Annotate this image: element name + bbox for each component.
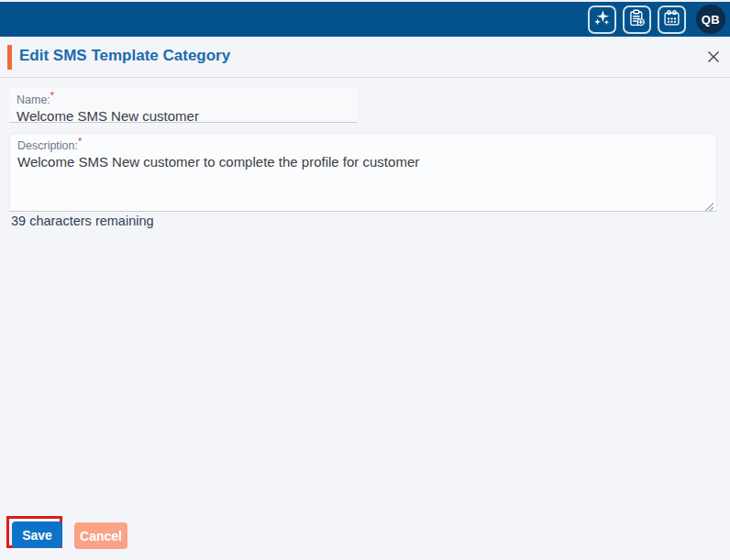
required-marker: * — [78, 136, 82, 147]
app-window: QB Edit SMS Template Category Name:* Des… — [0, 0, 730, 560]
title-accent-bar — [7, 45, 12, 70]
save-highlight-annotation: Save — [6, 516, 62, 548]
page-title: Edit SMS Template Category — [19, 47, 230, 65]
name-field-container: Name:* — [9, 88, 358, 123]
name-field-label: Name:* — [17, 93, 54, 106]
calendar-icon — [662, 8, 681, 30]
clipboard-add-icon — [627, 8, 647, 30]
name-input[interactable] — [17, 107, 350, 124]
calendar-button[interactable] — [658, 5, 686, 34]
description-field-label: Description:* — [17, 139, 82, 152]
save-button[interactable]: Save — [12, 522, 62, 548]
resize-handle[interactable] — [704, 199, 714, 209]
close-button[interactable] — [703, 48, 724, 68]
sparkles-button[interactable] — [588, 5, 616, 34]
user-avatar[interactable]: QB — [696, 5, 725, 34]
description-field-container: Description:* Welcome SMS New customer t… — [9, 133, 717, 212]
clipboard-add-button[interactable] — [623, 5, 651, 34]
description-textarea[interactable]: Welcome SMS New customer to complete the… — [17, 153, 709, 206]
modal-header: Edit SMS Template Category — [0, 38, 730, 78]
required-marker: * — [50, 90, 54, 101]
close-icon — [706, 49, 721, 67]
top-navigation-bar: QB — [0, 0, 730, 37]
sparkles-icon — [592, 8, 612, 30]
characters-remaining-text: 39 characters remaining — [11, 214, 154, 228]
cancel-button[interactable]: Cancel — [74, 522, 127, 549]
